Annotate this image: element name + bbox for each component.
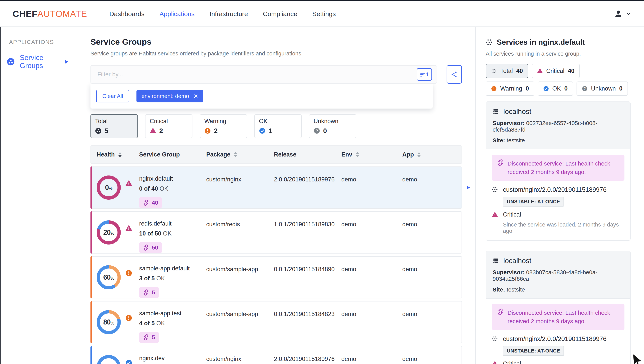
services-total-icon — [95, 128, 102, 134]
tile-critical-count: 2 — [159, 127, 163, 135]
filter-input[interactable] — [97, 71, 417, 78]
service-group-name[interactable]: sample-app.default — [139, 265, 206, 272]
column-app[interactable]: App — [402, 151, 456, 158]
broken-link-icon — [143, 334, 149, 340]
service-group-name[interactable]: redis.default — [139, 220, 206, 227]
badge-ok[interactable]: OK0 — [538, 82, 573, 96]
package-cell: custom/sample-app — [206, 257, 274, 273]
health-cell: 20% — [96, 212, 139, 253]
health-cell: 80% — [96, 301, 139, 343]
release-cell: 2.0.0/20190115189976 — [274, 167, 341, 183]
column-package[interactable]: Package — [206, 151, 274, 158]
badge-warning[interactable]: Warning0 — [486, 82, 534, 96]
badge-total[interactable]: Total40 — [486, 64, 528, 78]
tile-unknown[interactable]: Unknown 0 — [309, 114, 356, 138]
sort-app[interactable] — [417, 152, 421, 157]
tile-warning[interactable]: Warning 2 — [200, 114, 247, 138]
sort-health[interactable] — [118, 152, 122, 157]
package-cell: custom/nginx — [206, 167, 274, 183]
service-group-cell: nginx.dev 10 of 10 OK 10 — [139, 346, 206, 364]
page-title: Service Groups — [90, 37, 462, 47]
update-strategy-badge: UNSTABLE: AT-ONCE — [503, 197, 564, 207]
health-donut: 0% — [96, 175, 121, 200]
filter-toggle-button[interactable]: 1 — [417, 68, 432, 81]
tile-ok-label: OK — [259, 118, 297, 125]
release-cell: 0.0.1/20190115184890 — [274, 257, 341, 273]
app-cell: demo — [402, 257, 456, 273]
share-button[interactable] — [446, 65, 462, 84]
package-cell: custom/redis — [206, 212, 274, 228]
disconnected-count-badge[interactable]: 40 — [139, 197, 162, 208]
health-cell: 60% — [96, 257, 139, 298]
site-name: testsite — [506, 286, 525, 293]
env-cell: demo — [341, 301, 402, 317]
tile-critical[interactable]: Critical 2 — [145, 114, 192, 138]
env-cell: demo — [341, 346, 402, 362]
ok-icon — [125, 359, 132, 364]
panel-subtitle: All services running in a service group. — [486, 51, 630, 57]
service-group-name[interactable]: nginx.dev — [139, 355, 206, 362]
site-name: testsite — [506, 137, 525, 143]
update-strategy-badge: UNSTABLE: AT-ONCE — [503, 346, 564, 356]
package-icon — [492, 187, 498, 193]
health-donut: 100% — [96, 355, 121, 364]
service-groups-icon — [7, 58, 15, 66]
package-icon — [492, 336, 498, 342]
health-since-note: Since the service was loaded, 2 months 9… — [503, 221, 624, 234]
server-icon — [492, 258, 499, 264]
services-sidebar-panel: Services in nginx.default All services r… — [475, 27, 644, 363]
critical-icon — [125, 180, 132, 187]
service-group-cell: sample-app.test 4 of 5 OK 5 — [139, 301, 206, 343]
badge-critical[interactable]: Critical40 — [532, 64, 580, 78]
service-group-name[interactable]: sample-app.test — [139, 310, 206, 317]
app-cell: demo — [402, 212, 456, 228]
nav-applications[interactable]: Applications — [160, 10, 194, 18]
filter-chip-environment-demo[interactable]: environment: demo — [136, 90, 203, 102]
service-group-name[interactable]: nginx.default — [139, 175, 206, 182]
tile-total-label: Total — [95, 118, 133, 125]
sort-env[interactable] — [356, 152, 359, 157]
tile-warning-count: 2 — [214, 127, 218, 135]
env-cell: demo — [341, 212, 402, 228]
health-cell: 0% — [96, 167, 139, 208]
nav-dashboards[interactable]: Dashboards — [110, 10, 144, 18]
table-row[interactable]: 20% redis.default 10 of 50 OK 50 custom/… — [90, 211, 462, 253]
host-name: localhost — [503, 257, 531, 265]
column-env[interactable]: Env — [341, 151, 402, 158]
services-total-icon — [491, 68, 497, 74]
chef-automate-logo[interactable]: CHEFAUTOMATE — [13, 9, 87, 19]
tile-total-count: 5 — [105, 127, 108, 135]
column-health[interactable]: Health — [96, 151, 139, 158]
table-row[interactable]: 0% nginx.default 0 of 40 OK 40 custom/ng… — [90, 166, 462, 209]
nav-settings[interactable]: Settings — [312, 10, 336, 18]
row-expander-icon[interactable] — [466, 185, 471, 190]
nav-compliance[interactable]: Compliance — [263, 10, 298, 18]
tile-ok[interactable]: OK 1 — [254, 114, 302, 138]
health-donut: 60% — [96, 265, 121, 289]
sidebar-item-service-groups[interactable]: Service Groups — [0, 54, 77, 70]
ok-icon — [259, 128, 266, 134]
close-icon[interactable] — [194, 94, 198, 98]
badge-unknown[interactable]: Unknown0 — [576, 82, 628, 96]
disconnected-count-badge[interactable]: 50 — [139, 242, 162, 253]
table-row[interactable]: 60% sample-app.default 3 of 5 OK 5 custo… — [90, 256, 462, 298]
health-status: Critical — [503, 360, 521, 364]
tile-warning-label: Warning — [204, 118, 242, 125]
sort-package[interactable] — [234, 152, 237, 157]
disconnected-count-badge[interactable]: 5 — [139, 332, 159, 343]
nav-infrastructure[interactable]: Infrastructure — [210, 10, 248, 18]
filter-bar: 1 — [90, 65, 437, 84]
clear-all-button[interactable]: Clear All — [96, 90, 129, 102]
package-identifier: custom/nginx/2.0.0/20190115189976 — [503, 186, 606, 193]
chevron-down-icon — [626, 11, 631, 17]
table-row[interactable]: 80% sample-app.test 4 of 5 OK 5 custom/s… — [90, 301, 462, 343]
filter-icon — [420, 72, 426, 77]
broken-link-icon — [497, 159, 504, 176]
release-cell: 2.0.0/20190115189976 — [274, 346, 341, 362]
user-menu[interactable] — [614, 10, 631, 18]
disconnected-count-badge[interactable]: 5 — [139, 287, 159, 298]
critical-icon — [492, 361, 498, 364]
table-row[interactable]: 100% nginx.dev 10 of 10 OK 10 custom/ngi… — [90, 346, 462, 364]
tile-total[interactable]: Total 5 — [90, 114, 138, 138]
service-card-body: Disconnected service: Last health check … — [486, 299, 630, 364]
